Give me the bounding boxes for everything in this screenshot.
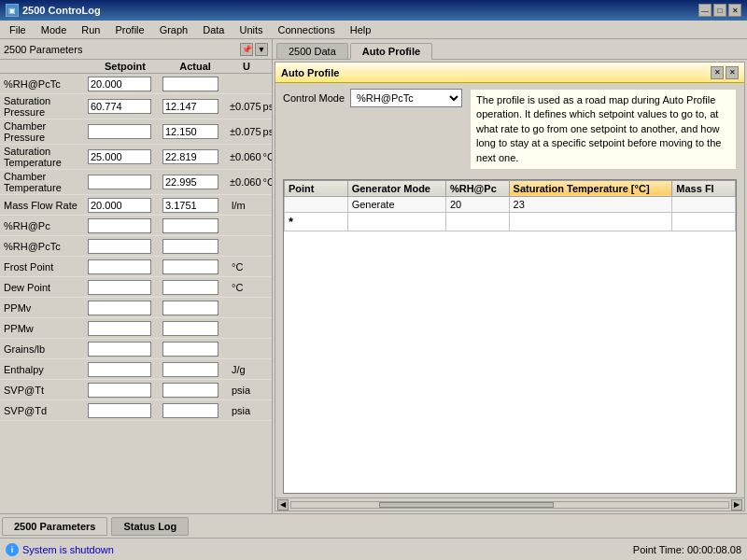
param-actual-input-0[interactable] (162, 77, 218, 91)
hscroll-left-button[interactable]: ◀ (277, 499, 289, 511)
param-setpoint-input-11[interactable] (88, 321, 151, 336)
pin-icon[interactable]: 📌 (240, 43, 253, 56)
col-generator-mode: Generator Mode (347, 180, 445, 196)
menu-item-mode[interactable]: Mode (34, 22, 75, 37)
param-actual-container-14 (162, 383, 228, 398)
profile-new-row-cell-3[interactable] (509, 212, 672, 231)
hscroll-track[interactable] (290, 501, 729, 509)
profile-cell-0-4[interactable] (672, 196, 736, 212)
param-actual-input-3[interactable] (162, 149, 218, 164)
param-row-0: %RH@PcTc (0, 74, 272, 94)
col-header-label (4, 61, 88, 72)
param-setpoint-input-14[interactable] (88, 383, 151, 398)
menu-item-file[interactable]: File (2, 22, 34, 37)
hscroll-right-button[interactable]: ▶ (731, 499, 742, 511)
profile-cell-0-3[interactable]: 23 (509, 196, 672, 212)
profile-new-row-cell-4[interactable] (672, 212, 736, 231)
col-sat-temp: Saturation Temperature [°C] (509, 180, 672, 196)
param-setpoint-input-1[interactable] (88, 99, 151, 114)
param-setpoint-input-13[interactable] (88, 362, 151, 377)
param-label-15: SVP@Td (4, 405, 88, 416)
param-actual-input-10[interactable] (162, 301, 218, 315)
param-setpoint-input-12[interactable] (88, 342, 151, 357)
profile-new-row: * (285, 212, 736, 231)
menu-item-units[interactable]: Units (232, 22, 270, 37)
profile-cell-0-2[interactable]: 20 (445, 196, 509, 212)
profile-cell-0-1[interactable]: Generate (347, 196, 445, 212)
profile-table-container[interactable]: Point Generator Mode %RH@Pc Saturation T… (283, 179, 737, 494)
param-row-1: Saturation Pressure±0.075psia (0, 94, 272, 119)
profile-new-row-cell-1[interactable] (347, 212, 445, 231)
param-setpoint-input-7[interactable] (88, 239, 151, 254)
param-setpoint-input-2[interactable] (88, 124, 151, 139)
param-setpoint-input-5[interactable] (88, 198, 151, 213)
param-actual-input-15[interactable] (162, 403, 218, 418)
param-actual-container-7 (162, 239, 228, 254)
param-actual-input-2[interactable] (162, 124, 218, 139)
menu-item-connections[interactable]: Connections (271, 22, 343, 37)
param-actual-input-1[interactable] (162, 99, 218, 114)
params-scroll[interactable]: %RH@PcTcSaturation Pressure±0.075psiaCha… (0, 74, 272, 513)
menu-item-help[interactable]: Help (343, 22, 379, 37)
param-setpoint-input-15[interactable] (88, 403, 151, 418)
param-unit-container-7 (228, 241, 265, 252)
param-unit-container-5: l/m (228, 200, 265, 211)
param-actual-input-11[interactable] (162, 321, 218, 336)
col-header-u: U (228, 61, 265, 72)
param-actual-container-8 (162, 259, 228, 274)
maximize-button[interactable]: □ (713, 4, 726, 17)
menu-item-run[interactable]: Run (74, 22, 107, 37)
param-setpoint-input-9[interactable] (88, 280, 151, 295)
menu-item-graph[interactable]: Graph (152, 22, 196, 37)
status-right: Point Time: 00:00:08.08 (633, 544, 741, 555)
param-setpoint-input-0[interactable] (88, 77, 151, 91)
param-row-5: Mass Flow Ratel/m (0, 195, 272, 216)
param-actual-input-7[interactable] (162, 239, 218, 254)
control-mode-description: The profile is used as a road map during… (470, 89, 737, 170)
param-unit-container-1: ±0.075psia (228, 101, 265, 112)
param-actual-container-3 (162, 149, 228, 164)
param-actual-input-13[interactable] (162, 362, 218, 377)
menu-item-profile[interactable]: Profile (107, 22, 151, 37)
bottom-tab-parameters[interactable]: 2500 Parameters (2, 517, 107, 536)
profile-new-row-cell-2[interactable] (445, 212, 509, 231)
param-actual-container-13 (162, 362, 228, 377)
menu-item-data[interactable]: Data (195, 22, 232, 37)
param-actual-input-5[interactable] (162, 198, 218, 213)
right-hscroll[interactable]: ◀ ▶ (275, 497, 744, 511)
status-text: System is shutdown (22, 544, 114, 555)
auto-profile-minimize-button[interactable]: ✕ (711, 66, 724, 79)
profile-new-row-star[interactable]: * (285, 212, 348, 231)
param-actual-input-14[interactable] (162, 383, 218, 398)
param-setpoint-input-6[interactable] (88, 218, 151, 233)
profile-cell-0-0[interactable] (285, 196, 348, 212)
param-actual-input-9[interactable] (162, 280, 218, 295)
param-setpoint-input-8[interactable] (88, 259, 151, 274)
title-bar: ▣ 2500 ControLog — □ ✕ (0, 0, 747, 21)
param-actual-input-4[interactable] (162, 175, 218, 189)
title-controls: — □ ✕ (698, 4, 741, 17)
close-window-button[interactable]: ✕ (728, 4, 741, 17)
expand-icon[interactable]: ▼ (255, 43, 268, 56)
param-label-10: PPMv (4, 302, 88, 314)
auto-profile-close-button[interactable]: ✕ (726, 66, 739, 79)
param-unit-text-8: °C (232, 261, 243, 273)
title-bar-left: ▣ 2500 ControLog (6, 4, 101, 17)
param-setpoint-input-3[interactable] (88, 149, 151, 164)
param-row-7: %RH@PcTc (0, 236, 272, 257)
right-panel: 2500 Data Auto Profile Auto Profile ✕ ✕ … (273, 39, 747, 513)
hscroll-thumb[interactable] (379, 502, 554, 508)
tab-2500-data[interactable]: 2500 Data (276, 43, 348, 59)
param-setpoint-input-10[interactable] (88, 301, 151, 315)
param-label-13: Enthalpy (4, 364, 88, 375)
bottom-tab-status-log[interactable]: Status Log (111, 517, 189, 536)
param-actual-input-6[interactable] (162, 218, 218, 233)
param-actual-input-8[interactable] (162, 259, 218, 274)
param-actual-input-12[interactable] (162, 342, 218, 357)
param-setpoint-input-4[interactable] (88, 175, 151, 189)
minimize-button[interactable]: — (698, 4, 712, 17)
control-mode-select[interactable]: %RH@PcTc %RH@Pc Dew Point Frost Point (350, 89, 462, 107)
param-row-9: Dew Point°C (0, 277, 272, 298)
param-row-4: Chamber Temperature±0.060°C (0, 170, 272, 195)
tab-auto-profile[interactable]: Auto Profile (350, 43, 432, 60)
